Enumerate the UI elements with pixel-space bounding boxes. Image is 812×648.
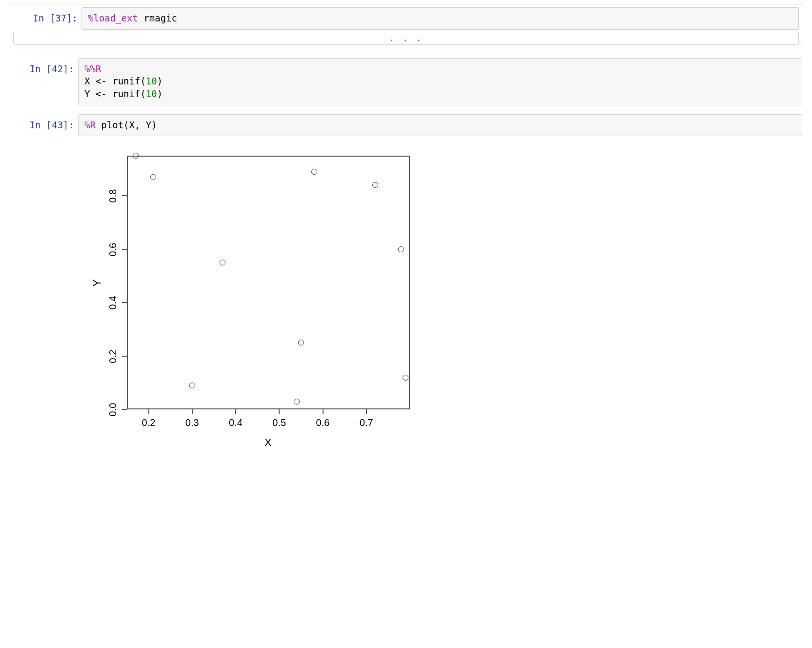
x-tick-label: 0.7 [360, 417, 373, 428]
y-tick [122, 302, 127, 303]
data-point [311, 169, 317, 175]
code-cell-42: In [42]: %%R X <- runif(10) Y <- runif(1… [10, 58, 802, 105]
data-point [133, 153, 139, 159]
y-tick [122, 409, 127, 410]
y-tick-label: 0.8 [107, 189, 119, 203]
data-point [220, 260, 225, 265]
data-point [398, 246, 404, 252]
y-tick-label: 0.0 [107, 403, 119, 417]
prompt-label: In [29, 120, 41, 130]
x-tick [323, 409, 324, 414]
prompt-label: In [33, 13, 44, 23]
y-tick-label: 0.2 [107, 349, 119, 363]
output-area: 0.20.30.40.50.60.70.00.20.40.60.8XY [88, 151, 812, 463]
y-tick-label: 0.6 [107, 243, 119, 256]
plot-frame [127, 156, 410, 409]
x-tick-label: 0.3 [185, 417, 199, 428]
y-tick [122, 195, 127, 196]
code-cell-37: In [37]: %load_ext rmagic [13, 7, 799, 30]
data-point [294, 399, 300, 405]
y-tick [122, 356, 127, 357]
y-tick [122, 249, 127, 250]
x-tick [192, 409, 193, 414]
data-point [150, 174, 156, 180]
x-tick-label: 0.6 [316, 417, 330, 428]
x-tick-label: 0.2 [142, 417, 156, 428]
input-prompt-42: In [42]: [10, 58, 78, 75]
prompt-label: In [29, 63, 41, 74]
input-prompt-37: In [37]: [13, 7, 81, 24]
cell-37-wrapper: In [37]: %load_ext rmagic . . . [10, 4, 802, 48]
data-point [298, 340, 304, 345]
data-point [189, 383, 195, 388]
x-tick-label: 0.5 [272, 417, 286, 428]
y-tick-label: 0.4 [107, 296, 119, 310]
x-tick [148, 409, 149, 414]
x-tick [366, 409, 367, 414]
collapsed-output-toggle[interactable]: . . . [13, 32, 799, 45]
code-cell-43: In [43]: %R plot(X, Y) [10, 114, 802, 137]
x-tick-label: 0.4 [229, 417, 243, 428]
code-input-42[interactable]: %%R X <- runif(10) Y <- runif(10) [78, 58, 802, 105]
notebook: In [37]: %load_ext rmagic . . . In [42]:… [0, 4, 812, 483]
scatter-plot: 0.20.30.40.50.60.70.00.20.40.60.8XY [88, 151, 429, 463]
data-point [372, 182, 378, 188]
code-input-37[interactable]: %load_ext rmagic [81, 7, 799, 30]
x-axis-title: X [264, 436, 272, 449]
y-axis-title: Y [91, 280, 103, 287]
data-point [403, 375, 408, 381]
x-tick [235, 409, 236, 414]
code-input-43[interactable]: %R plot(X, Y) [78, 114, 802, 137]
input-prompt-43: In [43]: [10, 114, 78, 131]
x-tick [279, 409, 280, 414]
